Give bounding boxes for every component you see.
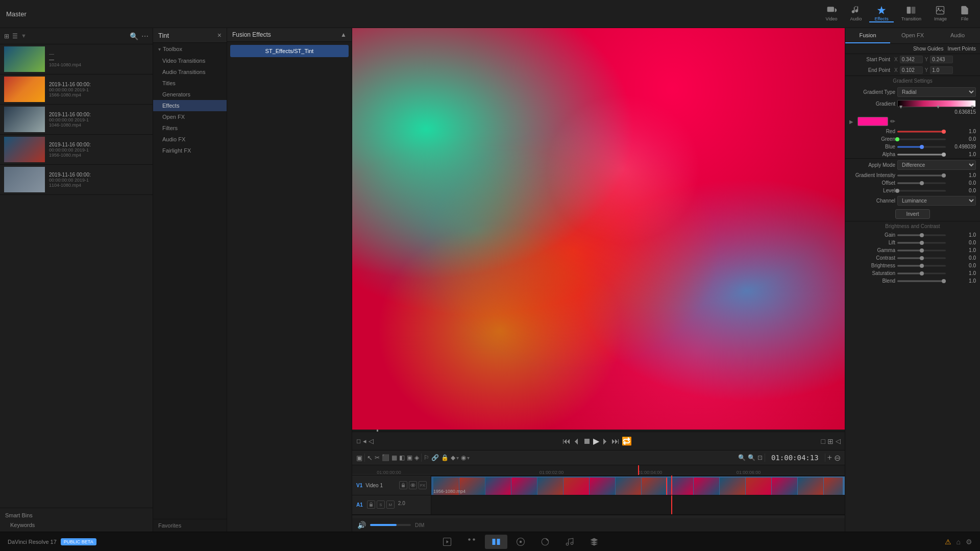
tl-blade-btn[interactable]: ✂	[375, 454, 380, 461]
track-eye-btn[interactable]	[409, 481, 417, 489]
end-y-input[interactable]	[930, 66, 953, 74]
contrast-slider[interactable]	[897, 256, 946, 260]
smart-bins-header[interactable]: Smart Bins	[0, 510, 153, 520]
nav-icon-transition[interactable]: Transition	[896, 5, 926, 22]
gradient-type-select[interactable]: Radial	[897, 87, 976, 97]
track-lock-btn[interactable]	[399, 481, 407, 489]
channel-select[interactable]: Luminance	[897, 196, 976, 206]
color-preview-swatch[interactable]	[857, 117, 888, 126]
gamma-slider[interactable]	[897, 248, 946, 253]
grid-view-btn[interactable]: ⊞	[4, 33, 9, 40]
green-slider[interactable]	[897, 137, 946, 141]
tl-trim-btn[interactable]: ⬛	[382, 454, 389, 461]
prev-marker-btn[interactable]: ◁	[369, 437, 374, 445]
bottom-tab-deliver[interactable]	[583, 535, 605, 549]
show-guides-btn[interactable]: Show Guides	[913, 46, 943, 52]
nav-icon-video[interactable]: Video	[821, 5, 843, 22]
bottom-home-btn[interactable]: ⌂	[957, 538, 961, 546]
tint-close-btn[interactable]: ×	[217, 31, 222, 39]
color-arrow[interactable]: ▶	[849, 119, 853, 124]
bottom-tab-media[interactable]	[436, 535, 458, 549]
bottom-tab-edit[interactable]	[485, 535, 507, 549]
color-edit-btn[interactable]: ✏	[890, 118, 895, 125]
audio-lock-btn[interactable]	[367, 500, 375, 509]
video-transitions-item[interactable]: Video Transitions	[153, 55, 227, 66]
list-view-btn[interactable]: ☰	[12, 33, 18, 40]
loop-btn[interactable]: 🔁	[622, 436, 632, 446]
brightness-slider[interactable]	[897, 264, 946, 268]
open-fx-tab[interactable]: Open FX	[890, 28, 935, 43]
effects-item[interactable]: Effects	[153, 100, 227, 111]
stop-btn[interactable]: ⏹	[583, 437, 591, 446]
frame-left-btn[interactable]: ◻	[356, 438, 361, 444]
volume-btn[interactable]: 🔊	[357, 521, 366, 529]
fusion-selected-item[interactable]: ST_Effects/ST_Tint	[230, 45, 349, 57]
saturation-slider[interactable]	[897, 271, 946, 276]
media-item[interactable]: 2019-11-16 00:00: 00:00:00:00 2019-1 156…	[0, 74, 153, 105]
timeline-scrollbar[interactable]	[352, 515, 845, 518]
lift-slider[interactable]	[897, 241, 946, 245]
gradient-bar[interactable]	[897, 100, 976, 107]
next-frame-btn[interactable]: ⏵	[601, 437, 609, 446]
monitor-btn[interactable]: □	[821, 437, 825, 445]
tl-slide-btn[interactable]: ◧	[399, 454, 405, 461]
start-x-input[interactable]	[900, 56, 923, 63]
audio-track-content[interactable]	[431, 495, 845, 514]
video-playhead[interactable]	[671, 475, 672, 494]
media-item[interactable]: 2019-11-16 00:00: 00:00:00:00 2019-1 104…	[0, 105, 153, 135]
gradient-intensity-slider[interactable]	[897, 173, 946, 178]
red-slider[interactable]	[897, 130, 946, 134]
media-item[interactable]: 2019-11-16 00:00: 00:00:00:00 2019-1 110…	[0, 165, 153, 195]
gain-slider[interactable]	[897, 233, 946, 237]
generators-item[interactable]: Generators	[153, 89, 227, 100]
bottom-tab-color[interactable]	[534, 535, 556, 549]
tl-zoom-out-btn[interactable]: 🔍	[738, 454, 746, 461]
audio-m-btn[interactable]: M	[386, 500, 395, 509]
tl-snap-btn[interactable]: ◉	[461, 454, 466, 461]
invert-btn[interactable]: Invert	[895, 209, 929, 219]
prev-frame-btn[interactable]: ⏴	[573, 437, 581, 446]
tl-clip-btn[interactable]: ▣	[356, 454, 362, 462]
preview-scrub-bar[interactable]	[352, 430, 845, 432]
tl-add-btn[interactable]: +	[827, 453, 832, 462]
tl-marker-btn[interactable]: ◆	[451, 454, 455, 461]
tl-minus-btn[interactable]: ⊖	[834, 453, 841, 463]
audio-s-btn[interactable]: S	[377, 500, 385, 509]
start-y-input[interactable]	[930, 56, 953, 63]
filters-item[interactable]: Filters	[153, 122, 227, 134]
audio-fx-item[interactable]: Audio FX	[153, 134, 227, 145]
media-item[interactable]: 2019-11-16 00:00: 00:00:00:00 2019-1 195…	[0, 135, 153, 165]
nav-icon-effects[interactable]: Effects	[869, 5, 893, 22]
volume-slider[interactable]	[370, 524, 411, 526]
audio-tab[interactable]: Audio	[935, 28, 980, 43]
tl-flag-btn[interactable]: ⚐	[424, 454, 429, 461]
tl-color-btn[interactable]: 🔗	[431, 454, 439, 461]
bottom-warning-btn[interactable]: ⚠	[945, 538, 951, 546]
go-end-btn[interactable]: ⏭	[611, 437, 620, 446]
fairlight-fx-item[interactable]: Fairlight FX	[153, 145, 227, 156]
fullscreen-btn[interactable]: ⊞	[827, 437, 834, 445]
end-x-input[interactable]	[900, 66, 923, 74]
fusion-collapse-btn[interactable]: ▲	[340, 31, 347, 38]
nav-icon-file[interactable]: File	[954, 5, 975, 22]
tl-select-btn[interactable]: ↖	[367, 454, 373, 462]
timeline-playhead[interactable]	[638, 465, 639, 475]
nav-icon-audio[interactable]: Audio	[845, 5, 867, 22]
open-fx-item[interactable]: Open FX	[153, 111, 227, 122]
keywords-item[interactable]: Keywords	[0, 520, 153, 530]
tl-zoom-in-btn[interactable]: 🔍	[748, 454, 755, 461]
track-fx-btn[interactable]: FX	[419, 481, 427, 489]
apply-mode-select[interactable]: Difference	[897, 160, 976, 170]
bottom-tab-cut[interactable]	[460, 535, 483, 549]
play-btn[interactable]: ▶	[593, 436, 599, 446]
nav-icon-image[interactable]: Image	[929, 5, 952, 22]
go-start-btn[interactable]: ⏮	[562, 437, 571, 446]
invert-points-btn[interactable]: Invert Points	[947, 46, 976, 52]
blue-slider[interactable]	[897, 145, 946, 149]
fusion-tab[interactable]: Fusion	[845, 28, 890, 43]
tl-hand-btn[interactable]: ▣	[407, 454, 412, 461]
arrow-left-btn[interactable]: ◂	[363, 437, 366, 445]
blend-slider[interactable]	[897, 279, 946, 283]
tl-slice-btn[interactable]: ▦	[391, 454, 397, 461]
tl-zoom-fit-btn[interactable]: ⊡	[757, 454, 763, 461]
